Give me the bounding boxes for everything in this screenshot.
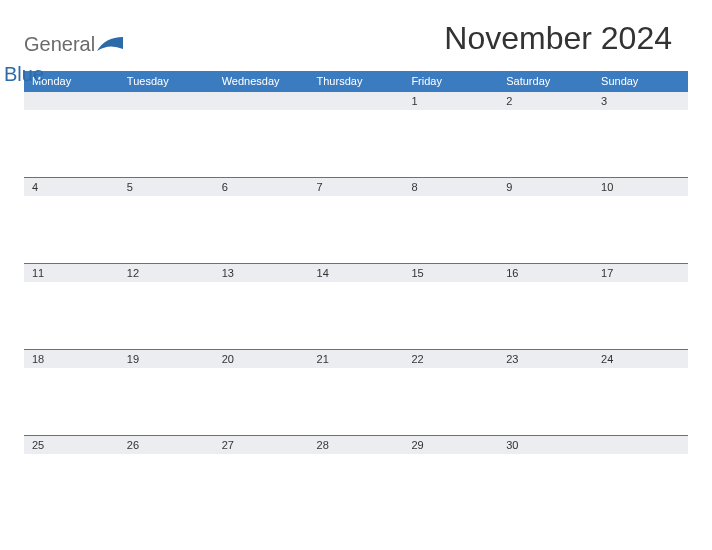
- calendar-body: 1 2 3 4 5 6 7 8 9 10 11 12 13 14 15 16 1…: [24, 92, 688, 522]
- day-cell: 6: [214, 178, 309, 264]
- date-number: 1: [403, 92, 498, 110]
- calendar-grid: Monday Tuesday Wednesday Thursday Friday…: [24, 71, 688, 522]
- day-cell: 29: [403, 436, 498, 522]
- day-cell: 30: [498, 436, 593, 522]
- date-number: 3: [593, 92, 688, 110]
- day-cell: 11: [24, 264, 119, 350]
- brand-logo: General Blue: [24, 33, 125, 57]
- day-cell: [119, 92, 214, 178]
- brand-word-2: Blue: [4, 63, 44, 86]
- date-number: 14: [309, 264, 404, 282]
- date-number: 4: [24, 178, 119, 196]
- day-cell: [309, 92, 404, 178]
- day-cell: 17: [593, 264, 688, 350]
- day-cell: 8: [403, 178, 498, 264]
- date-number: 27: [214, 436, 309, 454]
- date-number: 10: [593, 178, 688, 196]
- day-cell: [214, 92, 309, 178]
- day-header-wed: Wednesday: [214, 71, 309, 92]
- day-header-row: Monday Tuesday Wednesday Thursday Friday…: [24, 71, 688, 92]
- day-cell: 16: [498, 264, 593, 350]
- day-cell: 18: [24, 350, 119, 436]
- date-number: 24: [593, 350, 688, 368]
- date-number: 2: [498, 92, 593, 110]
- day-cell: 24: [593, 350, 688, 436]
- date-number: 20: [214, 350, 309, 368]
- day-cell: 20: [214, 350, 309, 436]
- day-cell: 23: [498, 350, 593, 436]
- day-cell: 5: [119, 178, 214, 264]
- day-header-fri: Friday: [403, 71, 498, 92]
- week-row: 11 12 13 14 15 16 17: [24, 264, 688, 350]
- date-number: 25: [24, 436, 119, 454]
- day-header-sat: Saturday: [498, 71, 593, 92]
- date-number: 16: [498, 264, 593, 282]
- date-number: 23: [498, 350, 593, 368]
- day-cell: [593, 436, 688, 522]
- day-cell: 9: [498, 178, 593, 264]
- week-row: 25 26 27 28 29 30: [24, 436, 688, 522]
- date-number: [119, 92, 214, 110]
- day-cell: 26: [119, 436, 214, 522]
- date-number: 26: [119, 436, 214, 454]
- date-number: 18: [24, 350, 119, 368]
- date-number: 30: [498, 436, 593, 454]
- date-number: 21: [309, 350, 404, 368]
- day-cell: 7: [309, 178, 404, 264]
- day-cell: 14: [309, 264, 404, 350]
- date-number: 19: [119, 350, 214, 368]
- date-number: 11: [24, 264, 119, 282]
- day-cell: 12: [119, 264, 214, 350]
- day-cell: 22: [403, 350, 498, 436]
- day-cell: 27: [214, 436, 309, 522]
- brand-swoosh-icon: [95, 35, 125, 57]
- date-number: 5: [119, 178, 214, 196]
- day-cell: 25: [24, 436, 119, 522]
- day-header-thu: Thursday: [309, 71, 404, 92]
- day-cell: 15: [403, 264, 498, 350]
- week-row: 4 5 6 7 8 9 10: [24, 178, 688, 264]
- day-header-tue: Tuesday: [119, 71, 214, 92]
- day-cell: 4: [24, 178, 119, 264]
- date-number: [24, 92, 119, 110]
- date-number: 15: [403, 264, 498, 282]
- day-cell: 28: [309, 436, 404, 522]
- calendar-title: November 2024: [444, 20, 688, 57]
- header: General Blue November 2024: [24, 20, 688, 57]
- date-number: 22: [403, 350, 498, 368]
- week-row: 18 19 20 21 22 23 24: [24, 350, 688, 436]
- date-number: 29: [403, 436, 498, 454]
- day-cell: 13: [214, 264, 309, 350]
- day-cell: 3: [593, 92, 688, 178]
- day-cell: 2: [498, 92, 593, 178]
- day-cell: 21: [309, 350, 404, 436]
- day-cell: 10: [593, 178, 688, 264]
- day-cell: 1: [403, 92, 498, 178]
- day-cell: 19: [119, 350, 214, 436]
- date-number: 9: [498, 178, 593, 196]
- date-number: 28: [309, 436, 404, 454]
- brand-word-1: General: [24, 33, 95, 56]
- date-number: 13: [214, 264, 309, 282]
- day-header-sun: Sunday: [593, 71, 688, 92]
- date-number: 12: [119, 264, 214, 282]
- date-number: 8: [403, 178, 498, 196]
- date-number: 6: [214, 178, 309, 196]
- date-number: 17: [593, 264, 688, 282]
- date-number: [214, 92, 309, 110]
- date-number: [593, 436, 688, 454]
- day-cell: [24, 92, 119, 178]
- date-number: [309, 92, 404, 110]
- date-number: 7: [309, 178, 404, 196]
- week-row: 1 2 3: [24, 92, 688, 178]
